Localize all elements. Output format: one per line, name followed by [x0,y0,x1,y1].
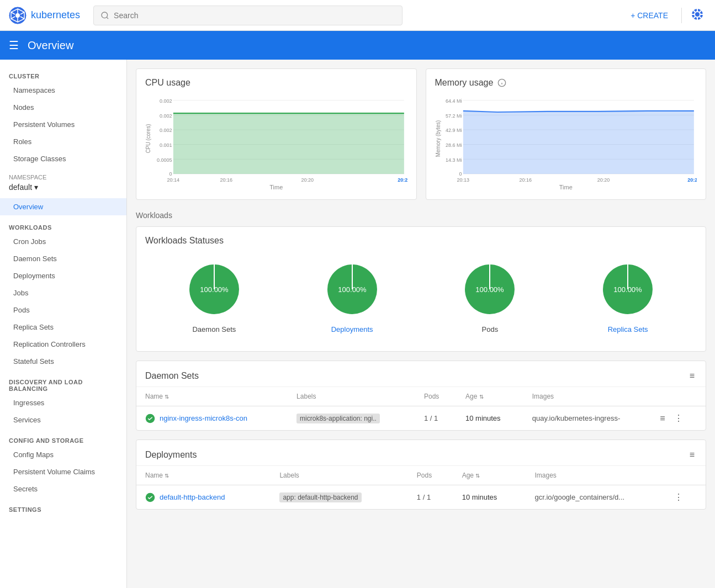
cpu-chart-title: CPU usage [145,78,407,88]
daemon-sets-row-images: quay.io/kubernetes-ingress- [523,406,649,431]
search-box[interactable] [93,6,402,25]
donut-pods-label: Pods [482,325,499,333]
kubernetes-logo-icon [9,7,27,24]
sidebar-item-secrets[interactable]: Secrets [0,480,126,497]
svg-marker-25 [173,113,404,174]
svg-marker-46 [463,111,693,174]
sidebar-item-roles[interactable]: Roles [0,133,126,150]
deployments-row-actions: ⋮ [663,485,706,510]
workloads-section-header: Workloads [136,209,706,222]
settings-icon-button[interactable] [688,6,706,25]
sidebar-item-replication-controllers[interactable]: Replication Controllers [0,336,126,353]
create-button[interactable]: + CREATE [624,8,675,23]
daemon-sets-col-pods: Pods [415,387,457,406]
sidebar-item-cron-jobs[interactable]: Cron Jobs [0,233,126,250]
sidebar-item-pods[interactable]: Pods [0,301,126,319]
deployments-col-images: Images [526,466,663,485]
memory-x-label: Time [435,184,697,190]
daemon-sets-title: Daemon Sets [145,371,199,381]
sidebar-item-storage-classes[interactable]: Storage Classes [0,150,126,167]
donut-deployments-label[interactable]: Deployments [331,325,373,333]
cpu-x-label: Time [145,184,407,190]
deployments-col-name: Name ⇅ [136,466,271,485]
workloads-statuses-title: Workloads Statuses [145,236,697,246]
daemon-sets-table-header: Daemon Sets ≡ [136,361,706,387]
main-content: CPU usage CPU (cores) 0.002 [127,60,715,588]
sidebar-item-overview[interactable]: Overview [0,198,126,215]
donut-deployments-svg: 100.00% [322,259,383,320]
svg-text:20:16: 20:16 [519,177,532,183]
sidebar-item-services[interactable]: Services [0,411,126,428]
svg-text:20:16: 20:16 [220,177,233,183]
daemon-sets-filter-button[interactable]: ≡ [687,370,697,382]
deployments-row-more-icon-button[interactable]: ⋮ [672,491,685,504]
namespace-label: Namespace [9,174,118,181]
deployments-col-pods: Pods [408,466,453,485]
sidebar-item-daemon-sets[interactable]: Daemon Sets [0,250,126,267]
deployments-table: Name ⇅ Labels Pods Age ⇅ Images [136,466,706,509]
search-icon [100,11,109,20]
deployments-table-header: Deployments ≡ [136,440,706,466]
svg-text:42.9 Mi: 42.9 Mi [446,128,462,133]
donut-pods: 100.00% Pods [459,259,520,333]
sidebar-item-persistent-volume-claims[interactable]: Persistent Volume Claims [0,463,126,480]
app-title: kubernetes [31,9,80,21]
deployments-row-age: 10 minutes [453,485,526,510]
sidebar-item-nodes[interactable]: Nodes [0,99,126,116]
memory-chart-area: Memory (bytes) 64.4 Mi 57.2 Mi 42.9 Mi 2… [435,94,697,183]
search-input[interactable] [114,11,395,20]
deployments-row-status: default-http-backend [136,485,271,510]
svg-text:0.0005: 0.0005 [157,157,172,163]
deployments-filter-button[interactable]: ≡ [687,449,697,461]
sidebar: Cluster Namespaces Nodes Persistent Volu… [0,60,127,588]
daemon-sets-col-images: Images [523,387,649,406]
sidebar-item-stateful-sets[interactable]: Stateful Sets [0,353,126,370]
svg-text:64.4 Mi: 64.4 Mi [446,98,462,104]
svg-text:20:20: 20:20 [301,177,314,183]
status-ok-icon [145,414,155,423]
sidebar-item-deployments[interactable]: Deployments [0,267,126,284]
cpu-chart-card: CPU usage CPU (cores) 0.002 [136,68,417,200]
sidebar-item-namespaces[interactable]: Namespaces [0,82,126,99]
sidebar-item-jobs[interactable]: Jobs [0,284,126,301]
menu-toggle-button[interactable]: ☰ [9,39,19,52]
sidebar-item-ingresses[interactable]: Ingresses [0,394,126,411]
top-navigation: kubernetes + CREATE [0,0,715,31]
donut-pods-svg: 100.00% [459,259,520,320]
namespace-selector[interactable]: default ▾ [9,183,118,192]
donut-replica-sets-label[interactable]: Replica Sets [608,325,648,333]
main-layout: Cluster Namespaces Nodes Persistent Volu… [0,60,715,588]
donut-daemon-sets-label: Daemon Sets [192,325,236,333]
svg-text:20:24: 20:24 [687,177,697,183]
donut-replica-sets-svg: 100.00% [597,259,658,320]
status-ok-icon [145,492,155,502]
svg-text:14.3 Mi: 14.3 Mi [446,157,462,163]
donut-daemon-sets: 100.00% Daemon Sets [184,259,245,333]
daemon-sets-row-list-icon-button[interactable]: ≡ [658,412,667,425]
daemon-sets-col-name: Name ⇅ [136,387,288,406]
deployments-row-name[interactable]: default-http-backend [160,493,225,501]
daemon-sets-row-status: nginx-ingress-microk8s-con [136,406,288,431]
sidebar-item-config-maps[interactable]: Config Maps [0,446,126,463]
discovery-section-label: Discovery and Load Balancing [0,370,126,394]
daemon-sets-col-age: Age ⇅ [457,387,523,406]
svg-text:57.2 Mi: 57.2 Mi [446,113,462,119]
svg-text:100.00%: 100.00% [613,285,642,294]
daemon-sets-table: Name ⇅ Labels Pods Age ⇅ Images [136,387,706,430]
deployments-table-card: Deployments ≡ Name ⇅ Labels Pods Age ⇅ I… [136,439,706,510]
settings-icon [691,8,704,21]
daemon-sets-row-more-icon-button[interactable]: ⋮ [672,412,685,425]
deployments-row-labels: app: default-http-backend [271,485,407,510]
daemon-sets-row-name[interactable]: nginx-ingress-microk8s-con [160,414,247,422]
daemon-sets-row-labels: microk8s-application: ngi.. [288,406,415,431]
daemon-sets-row-age: 10 minutes [457,406,523,431]
nav-divider [681,8,682,23]
settings-section-label: Settings [0,497,126,515]
namespace-dropdown-icon: ▾ [34,183,38,192]
svg-text:0.002: 0.002 [160,98,172,104]
sidebar-item-persistent-volumes[interactable]: Persistent Volumes [0,116,126,133]
svg-text:0.002: 0.002 [160,128,172,133]
sidebar-item-replica-sets[interactable]: Replica Sets [0,319,126,336]
table-row: nginx-ingress-microk8s-con microk8s-appl… [136,406,706,431]
svg-text:Memory (bytes): Memory (bytes) [435,120,441,157]
